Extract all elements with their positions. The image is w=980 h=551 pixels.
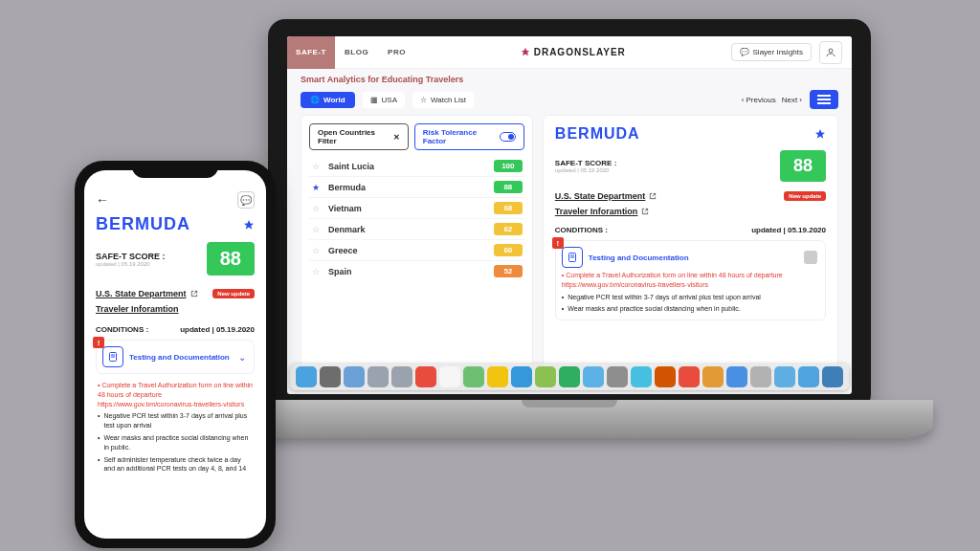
filter-usa-label: USA bbox=[382, 96, 397, 104]
star-icon[interactable]: ☆ bbox=[311, 267, 321, 276]
detail-header: BERMUDA bbox=[555, 125, 826, 143]
insights-icon[interactable]: 💬 bbox=[237, 191, 255, 209]
star-icon[interactable]: ☆ bbox=[311, 246, 321, 255]
user-icon bbox=[825, 47, 836, 58]
country-row[interactable]: ☆Spain52 bbox=[309, 261, 524, 281]
brand-text: DRAGONSLAYER bbox=[534, 47, 626, 57]
dock-app-icon[interactable] bbox=[391, 366, 412, 387]
condition-alert-text: • Complete a Travel Authorization form o… bbox=[562, 271, 817, 290]
country-score-pill: 62 bbox=[494, 223, 523, 235]
view-toggle-button[interactable] bbox=[810, 90, 838, 109]
dock-app-icon[interactable] bbox=[679, 366, 700, 387]
filter-watchlist-button[interactable]: ☆ Watch List bbox=[412, 92, 474, 108]
country-detail-panel: BERMUDA SAFE-T SCORE : updated | 05.19.2… bbox=[543, 115, 838, 383]
condition-alert-text: • Complete a Travel Authorization form o… bbox=[96, 377, 255, 408]
country-score-pill: 68 bbox=[494, 202, 523, 214]
favorite-star-icon[interactable] bbox=[814, 128, 826, 140]
equalizer-icon bbox=[817, 99, 831, 100]
state-department-link[interactable]: U.S. State Department bbox=[96, 289, 198, 298]
condition-bullet: Self administer temperature check twice … bbox=[96, 455, 255, 474]
dock-app-icon[interactable] bbox=[583, 366, 604, 387]
conditions-updated: updated | 05.19.2020 bbox=[180, 325, 255, 334]
star-icon[interactable]: ☆ bbox=[311, 225, 321, 234]
dock-app-icon[interactable] bbox=[559, 366, 580, 387]
tab-pro[interactable]: PRO bbox=[378, 48, 415, 56]
toggle-icon[interactable] bbox=[500, 132, 516, 142]
dock-app-icon[interactable] bbox=[296, 366, 317, 387]
back-button[interactable]: ← bbox=[96, 192, 109, 208]
traveler-info-link[interactable]: Traveler Inforamtion bbox=[96, 304, 179, 314]
dock-app-icon[interactable] bbox=[750, 366, 771, 387]
favorite-star-icon[interactable] bbox=[243, 219, 255, 231]
dock-app-icon[interactable] bbox=[320, 366, 341, 387]
document-icon bbox=[562, 247, 583, 268]
country-name: Spain bbox=[328, 267, 486, 276]
open-countries-filter-chip[interactable]: Open Countries Filter ✕ bbox=[309, 123, 409, 150]
filter-usa-button[interactable]: ▦ USA bbox=[363, 92, 405, 108]
close-icon[interactable]: ✕ bbox=[393, 133, 400, 142]
slayer-insights-button[interactable]: 💬 Slayer Insights bbox=[731, 43, 812, 61]
next-button[interactable]: Next › bbox=[782, 96, 802, 104]
country-row[interactable]: ☆Greece60 bbox=[309, 240, 524, 261]
conditions-header: CONDITIONS : updated | 05.19.2020 bbox=[96, 325, 255, 334]
dock-app-icon[interactable] bbox=[822, 366, 843, 387]
country-row[interactable]: ☆Saint Lucia100 bbox=[309, 156, 524, 177]
star-icon: ☆ bbox=[420, 96, 427, 104]
phone-country-title: BERMUDA bbox=[96, 214, 190, 234]
dock-app-icon[interactable] bbox=[726, 366, 747, 387]
tab-blog[interactable]: BLOG bbox=[335, 48, 378, 56]
dock-app-icon[interactable] bbox=[368, 366, 389, 387]
main-area: Open Countries Filter ✕ Risk Tolerance F… bbox=[287, 115, 852, 383]
document-icon bbox=[102, 346, 123, 367]
country-name: Saint Lucia bbox=[328, 162, 486, 171]
state-department-link[interactable]: U.S. State Department bbox=[555, 191, 657, 201]
country-score-pill: 52 bbox=[494, 265, 523, 277]
country-row[interactable]: ★Bermuda88 bbox=[309, 177, 524, 198]
score-value: 88 bbox=[780, 150, 826, 182]
slayer-insights-label: Slayer Insights bbox=[753, 48, 803, 56]
dock-app-icon[interactable] bbox=[607, 366, 628, 387]
laptop-bezel: SAFE-T BLOG PRO DRAGONSLAYER 💬 Slayer In… bbox=[268, 19, 871, 411]
star-icon[interactable]: ☆ bbox=[311, 162, 321, 171]
risk-tolerance-chip[interactable]: Risk Tolerance Factor bbox=[414, 123, 524, 150]
chip-row: Open Countries Filter ✕ Risk Tolerance F… bbox=[309, 123, 524, 150]
dock-app-icon[interactable] bbox=[798, 366, 819, 387]
external-link-icon bbox=[190, 290, 198, 298]
condition-header[interactable]: Testing and Documentation ⌄ bbox=[102, 346, 246, 367]
chevron-down-icon[interactable]: ⌄ bbox=[238, 352, 246, 363]
dock-app-icon[interactable] bbox=[439, 366, 460, 387]
prev-button[interactable]: ‹ Previous bbox=[742, 96, 776, 104]
star-icon[interactable]: ★ bbox=[311, 183, 321, 192]
filter-world-label: World bbox=[323, 96, 345, 104]
dock-app-icon[interactable] bbox=[631, 366, 652, 387]
dock-app-icon[interactable] bbox=[535, 366, 556, 387]
dock-app-icon[interactable] bbox=[415, 366, 436, 387]
profile-button[interactable] bbox=[819, 41, 842, 64]
dock-app-icon[interactable] bbox=[774, 366, 795, 387]
chip-label: Open Countries Filter bbox=[318, 128, 390, 145]
country-row[interactable]: ☆Vietnam68 bbox=[309, 198, 524, 219]
country-row[interactable]: ☆Denmark62 bbox=[309, 219, 524, 240]
dock-app-icon[interactable] bbox=[344, 366, 365, 387]
filter-world-button[interactable]: 🌐 World bbox=[301, 92, 355, 108]
score-label: SAFE-T SCORE : bbox=[96, 252, 166, 261]
external-links: U.S. State Department New update Travele… bbox=[555, 191, 826, 216]
country-list-panel: Open Countries Filter ✕ Risk Tolerance F… bbox=[301, 115, 533, 383]
mac-dock[interactable] bbox=[290, 364, 849, 390]
dock-app-icon[interactable] bbox=[487, 366, 508, 387]
dock-app-icon[interactable] bbox=[463, 366, 484, 387]
traveler-info-link[interactable]: Traveler Inforamtion bbox=[555, 207, 826, 216]
score-label: SAFE-T SCORE : bbox=[555, 159, 616, 167]
dock-app-icon[interactable] bbox=[655, 366, 676, 387]
score-updated: updated | 05.19.2020 bbox=[96, 261, 166, 267]
filter-bar: 🌐 World ▦ USA ☆ Watch List ‹ Previous Ne… bbox=[287, 86, 852, 115]
condition-bullet: Negative PCR test within 3-7 days of arr… bbox=[96, 411, 255, 430]
tab-safe-t[interactable]: SAFE-T bbox=[287, 36, 335, 69]
country-score-pill: 60 bbox=[494, 244, 523, 256]
star-icon[interactable]: ☆ bbox=[311, 204, 321, 213]
collapse-icon[interactable] bbox=[804, 251, 817, 264]
dock-app-icon[interactable] bbox=[511, 366, 532, 387]
condition-card: Testing and Documentation ⌄ bbox=[96, 340, 255, 374]
conditions-header: CONDITIONS : updated | 05.19.2020 bbox=[555, 226, 826, 234]
dock-app-icon[interactable] bbox=[702, 366, 724, 387]
